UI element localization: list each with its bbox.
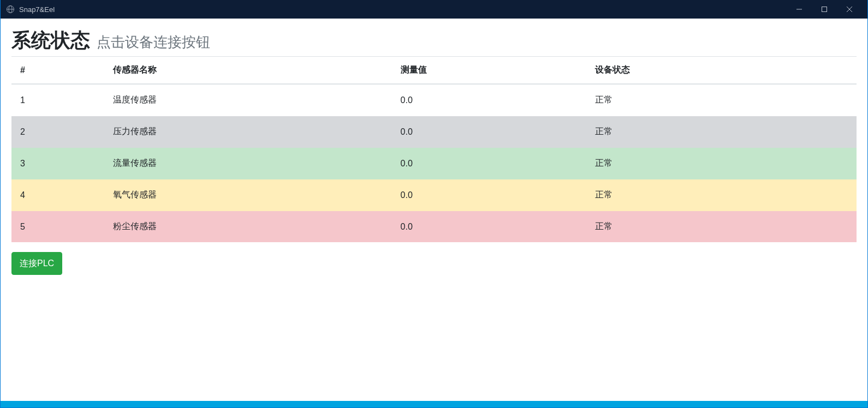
col-header-status: 设备状态 xyxy=(586,57,857,85)
content-area: 系统状态 点击设备连接按钮 # 传感器名称 测量值 设备状态 1温度传感器0.0… xyxy=(1,19,867,286)
window-controls xyxy=(787,0,862,19)
maximize-button[interactable] xyxy=(812,0,837,19)
table-header-row: # 传感器名称 测量值 设备状态 xyxy=(11,57,857,85)
sensor-table: # 传感器名称 测量值 设备状态 1温度传感器0.0正常2压力传感器0.0正常3… xyxy=(11,56,857,242)
cell-name: 压力传感器 xyxy=(104,116,391,148)
cell-status: 正常 xyxy=(586,179,857,211)
table-row: 2压力传感器0.0正常 xyxy=(11,116,857,148)
cell-value: 0.0 xyxy=(392,84,586,116)
cell-index: 4 xyxy=(11,179,104,211)
window-titlebar: Snap7&Eel xyxy=(1,0,867,19)
table-row: 3流量传感器0.0正常 xyxy=(11,148,857,179)
cell-index: 2 xyxy=(11,116,104,148)
cell-index: 3 xyxy=(11,148,104,179)
cell-value: 0.0 xyxy=(392,179,586,211)
cell-name: 粉尘传感器 xyxy=(104,211,391,243)
table-row: 5粉尘传感器0.0正常 xyxy=(11,211,857,243)
close-button[interactable] xyxy=(837,0,862,19)
svg-rect-4 xyxy=(822,7,827,12)
cell-index: 1 xyxy=(11,84,104,116)
cell-value: 0.0 xyxy=(392,211,586,243)
col-header-name: 传感器名称 xyxy=(104,57,391,85)
page-subtitle: 点击设备连接按钮 xyxy=(97,33,210,52)
cell-status: 正常 xyxy=(586,148,857,179)
table-row: 1温度传感器0.0正常 xyxy=(11,84,857,116)
cell-status: 正常 xyxy=(586,211,857,243)
cell-status: 正常 xyxy=(586,116,857,148)
window-title: Snap7&Eel xyxy=(19,5,55,14)
table-row: 4氧气传感器0.0正常 xyxy=(11,179,857,211)
cell-name: 氧气传感器 xyxy=(104,179,391,211)
cell-value: 0.0 xyxy=(392,148,586,179)
bottom-accent-bar xyxy=(1,401,867,407)
col-header-value: 测量值 xyxy=(392,57,586,85)
minimize-button[interactable] xyxy=(787,0,812,19)
cell-value: 0.0 xyxy=(392,116,586,148)
cell-name: 温度传感器 xyxy=(104,84,391,116)
col-header-index: # xyxy=(11,57,104,85)
connect-plc-button[interactable]: 连接PLC xyxy=(11,252,62,275)
cell-name: 流量传感器 xyxy=(104,148,391,179)
cell-status: 正常 xyxy=(586,84,857,116)
page-heading: 系统状态 点击设备连接按钮 xyxy=(11,28,857,52)
cell-index: 5 xyxy=(11,211,104,243)
page-title: 系统状态 xyxy=(11,28,90,52)
globe-icon xyxy=(6,5,15,14)
